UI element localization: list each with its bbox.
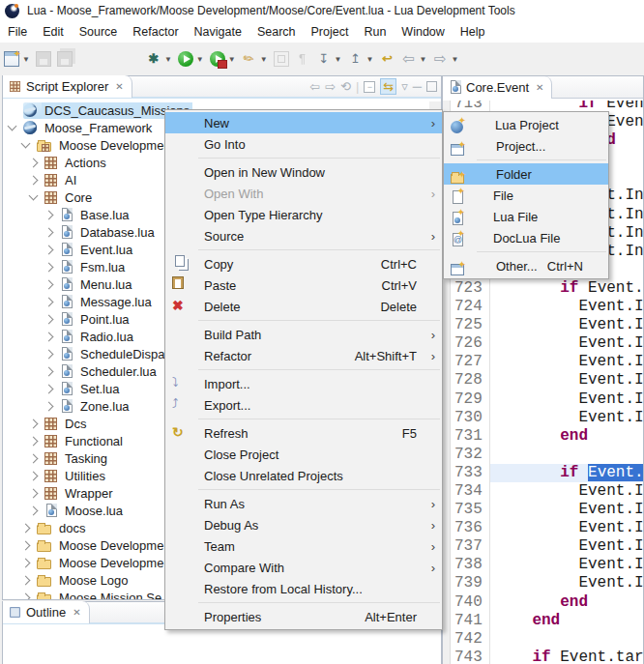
collapsed-chevron-icon[interactable]	[29, 158, 39, 167]
dropdown-arrow-icon[interactable]: ▼	[335, 55, 342, 64]
code-text[interactable]: Event.Ini	[489, 298, 643, 316]
collapsed-chevron-icon[interactable]	[29, 488, 39, 498]
dropdown-arrow-icon[interactable]: ▼	[22, 55, 30, 64]
debug-button[interactable]: ▼	[144, 47, 174, 71]
collapsed-chevron-icon[interactable]	[44, 401, 54, 411]
link-with-editor-icon[interactable]: ⇆	[380, 78, 396, 95]
view-menu-icon[interactable]: ▿	[401, 79, 408, 94]
code-line[interactable]: 726 Event.Ini	[451, 334, 643, 353]
menubar-item-refactor[interactable]: Refactor	[125, 22, 186, 42]
code-line[interactable]: 735 Event.Ini	[451, 501, 643, 519]
dropdown-arrow-icon[interactable]: ▼	[260, 55, 268, 64]
collapsed-chevron-icon[interactable]	[44, 332, 54, 341]
collapsed-chevron-icon[interactable]	[21, 523, 31, 533]
code-line[interactable]: 728 Event.Ini	[451, 371, 643, 390]
code-line[interactable]: 733 if Event.	[451, 464, 643, 482]
menu-item-paste[interactable]: PasteCtrl+V	[165, 274, 442, 296]
collapsed-chevron-icon[interactable]	[29, 505, 39, 515]
menu-item-restore-from-local-history-[interactable]: Restore from Local History...	[165, 578, 442, 599]
code-text[interactable]: end	[489, 427, 643, 446]
editor-tab[interactable]: Core.Event ✕	[443, 76, 552, 99]
code-line[interactable]: 732	[451, 446, 643, 464]
new-wizard-button[interactable]: ▼	[2, 47, 32, 71]
code-line[interactable]: 739 Event.Ini	[451, 574, 643, 592]
code-line[interactable]: 738 Event.Ini	[451, 556, 643, 574]
menu-item-team[interactable]: Team›	[165, 535, 442, 557]
code-line[interactable]: 736 Event.Ini	[451, 519, 643, 537]
menu-item-open-type-hierarchy[interactable]: Open Type Hierarchy	[165, 204, 442, 225]
collapsed-chevron-icon[interactable]	[44, 262, 54, 272]
pencil-button[interactable]: ▼	[240, 47, 270, 71]
code-text[interactable]: Event.Ini	[489, 537, 643, 556]
back-button[interactable]: ▼	[398, 47, 428, 71]
collapsed-chevron-icon[interactable]	[29, 453, 39, 463]
collapsed-chevron-icon[interactable]	[44, 366, 54, 376]
dropdown-arrow-icon[interactable]: ▼	[451, 55, 458, 64]
menu-item-lua-project[interactable]: Lua Project	[444, 114, 608, 135]
menu-item-file[interactable]: File	[444, 185, 608, 206]
expanded-chevron-icon[interactable]	[29, 191, 39, 201]
close-icon[interactable]: ✕	[73, 607, 80, 618]
code-line[interactable]: 743 if Event.tar	[451, 649, 643, 664]
collapsed-chevron-icon[interactable]	[21, 575, 31, 585]
code-line[interactable]: 737 Event.Ini	[451, 537, 643, 556]
code-text[interactable]: Event.Ini	[489, 390, 643, 409]
collapsed-chevron-icon[interactable]	[44, 384, 54, 393]
menubar-item-search[interactable]: Search	[249, 22, 304, 42]
code-text[interactable]: Event.Ini	[489, 574, 643, 592]
script-explorer-tab[interactable]: Script Explorer ✕	[3, 75, 132, 98]
expanded-chevron-icon[interactable]	[8, 122, 17, 131]
code-text[interactable]: Event.Ini	[489, 353, 643, 371]
collapsed-chevron-icon[interactable]	[21, 558, 31, 567]
menu-item-other-[interactable]: Other...Ctrl+N	[444, 255, 608, 276]
menu-item-doclua-file[interactable]: DocLua File	[444, 227, 608, 248]
code-text[interactable]: Event.Ini	[489, 371, 643, 390]
expanded-chevron-icon[interactable]	[21, 139, 31, 149]
dropdown-arrow-icon[interactable]: ▼	[164, 55, 172, 64]
code-text[interactable]: if Event.	[489, 279, 643, 298]
dropdown-arrow-icon[interactable]: ▼	[228, 55, 236, 64]
menubar-item-project[interactable]: Project	[304, 22, 357, 42]
menu-item-copy[interactable]: CopyCtrl+C	[165, 253, 442, 274]
collapsed-chevron-icon[interactable]	[29, 471, 39, 480]
back-history-icon[interactable]: ⇦	[309, 79, 320, 94]
collapsed-chevron-icon[interactable]	[44, 349, 54, 359]
collapsed-chevron-icon[interactable]	[29, 419, 39, 428]
code-line[interactable]: 727 Event.Ini	[451, 353, 643, 371]
code-text[interactable]: end	[489, 612, 643, 630]
menu-item-folder[interactable]: Folder	[444, 163, 608, 185]
code-line[interactable]: 740 end	[451, 593, 643, 612]
menu-item-delete[interactable]: DeleteDelete	[165, 296, 442, 317]
next-annotation-button[interactable]: ▼	[314, 47, 344, 71]
code-text[interactable]: if Event.tar	[489, 649, 643, 664]
code-text[interactable]: Event.Ini	[489, 409, 643, 427]
code-line[interactable]: 730 Event.Ini	[451, 409, 643, 427]
collapsed-chevron-icon[interactable]	[44, 279, 54, 289]
menu-item-go-into[interactable]: Go Into	[165, 133, 442, 155]
menu-item-refactor[interactable]: RefactorAlt+Shift+T›	[165, 345, 442, 366]
collapsed-chevron-icon[interactable]	[44, 245, 54, 254]
collapsed-chevron-icon[interactable]	[44, 227, 54, 237]
collapsed-chevron-icon[interactable]	[44, 210, 54, 219]
code-line[interactable]: 731 end	[451, 427, 643, 446]
code-text[interactable]: Event.Ini	[489, 519, 643, 537]
minimize-icon[interactable]: ─	[413, 79, 422, 94]
collapsed-chevron-icon[interactable]	[44, 297, 54, 306]
forward-button[interactable]: ▼	[430, 47, 460, 71]
outline-tab[interactable]: Outline ✕	[3, 601, 90, 623]
dropdown-arrow-icon[interactable]: ▼	[419, 55, 426, 64]
code-text[interactable]: Event.Ini	[489, 334, 643, 353]
menu-item-project-[interactable]: Project...	[444, 135, 608, 157]
menu-item-run-as[interactable]: Run As›	[165, 493, 442, 514]
collapsed-chevron-icon[interactable]	[29, 175, 39, 185]
code-line[interactable]: 725 Event.Ini	[451, 316, 643, 334]
maximize-icon[interactable]	[426, 81, 437, 92]
run-last-button[interactable]: ▼	[208, 47, 238, 71]
menu-item-close-unrelated-projects[interactable]: Close Unrelated Projects	[165, 465, 442, 486]
code-line[interactable]: 742	[451, 630, 643, 649]
menu-item-close-project[interactable]: Close Project	[165, 444, 442, 465]
menu-item-new[interactable]: New›	[165, 112, 442, 133]
last-edit-button[interactable]	[377, 47, 396, 71]
code-text[interactable]: Event.Ini	[489, 316, 643, 334]
collapsed-chevron-icon[interactable]	[29, 436, 39, 446]
